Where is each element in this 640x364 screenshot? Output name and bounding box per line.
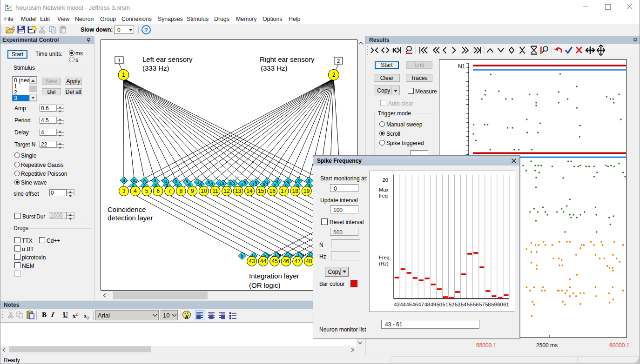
svg-text:a: a: [207, 180, 210, 185]
svg-text:48: 48: [424, 302, 430, 307]
svg-text:52: 52: [449, 302, 454, 307]
svg-text:45: 45: [271, 258, 278, 265]
svg-text:a: a: [240, 181, 243, 186]
svg-text:14: 14: [246, 188, 253, 194]
svg-text:44: 44: [260, 258, 267, 265]
svg-text:58: 58: [485, 302, 491, 307]
svg-text:15: 15: [258, 188, 264, 194]
svg-text:46: 46: [412, 302, 418, 307]
svg-text:11: 11: [212, 188, 218, 194]
svg-text:a: a: [229, 181, 232, 186]
svg-text:12: 12: [223, 188, 230, 194]
svg-text:54: 54: [461, 302, 466, 307]
svg-text:1: 1: [122, 72, 125, 78]
svg-text:53: 53: [455, 302, 460, 307]
svg-text:16: 16: [269, 188, 276, 194]
svg-text:4: 4: [134, 188, 137, 194]
svg-text:59: 59: [491, 302, 497, 307]
svg-text:b: b: [241, 253, 243, 258]
svg-text:51: 51: [443, 302, 448, 307]
svg-text:a: a: [251, 181, 254, 186]
svg-text:61: 61: [503, 302, 509, 307]
svg-text:a: a: [196, 179, 199, 185]
svg-text:(OR logic): (OR logic): [249, 281, 281, 289]
svg-text:50: 50: [437, 302, 442, 307]
svg-text:47: 47: [295, 258, 301, 265]
svg-text:a: a: [143, 178, 146, 183]
svg-text:Coincidence: Coincidence: [108, 205, 146, 213]
svg-text:A: A: [185, 314, 189, 320]
svg-text:Freq: Freq: [379, 255, 390, 260]
svg-text:20: 20: [383, 177, 388, 183]
svg-text:a: a: [263, 182, 265, 187]
svg-text:(333 Hz): (333 Hz): [142, 64, 169, 72]
svg-text:a: a: [218, 180, 221, 185]
svg-text:7: 7: [168, 188, 171, 194]
svg-text:a: a: [154, 178, 156, 183]
svg-text:Right ear sensory: Right ear sensory: [260, 55, 315, 63]
svg-text:2: 2: [337, 58, 340, 64]
svg-text:1: 1: [118, 58, 121, 63]
svg-text:56: 56: [473, 302, 478, 307]
svg-text:N1: N1: [458, 63, 465, 70]
svg-text:a: a: [122, 178, 125, 183]
svg-text:6: 6: [156, 188, 160, 194]
svg-text:5: 5: [145, 188, 148, 194]
svg-text:Left ear sensory: Left ear sensory: [142, 55, 193, 63]
svg-text:3: 3: [122, 188, 126, 194]
svg-text:43: 43: [249, 258, 255, 265]
svg-text:Max: Max: [379, 187, 389, 192]
svg-text:13: 13: [235, 188, 242, 194]
svg-text:freq: freq: [379, 193, 388, 199]
svg-text:a: a: [186, 179, 189, 184]
svg-text:46: 46: [283, 258, 290, 265]
svg-text:8: 8: [179, 188, 182, 194]
svg-text:9: 9: [191, 188, 194, 194]
svg-text:detection layer: detection layer: [108, 214, 153, 222]
svg-text:a: a: [133, 178, 136, 183]
svg-text:K: K: [392, 46, 397, 54]
svg-text:2: 2: [332, 72, 336, 78]
svg-text:19: 19: [303, 188, 310, 194]
svg-text:49: 49: [431, 302, 436, 307]
svg-text:60: 60: [497, 302, 503, 307]
svg-text:(333 Hz): (333 Hz): [261, 64, 288, 72]
svg-text:18: 18: [292, 188, 299, 194]
svg-text:a: a: [175, 179, 178, 184]
svg-text:57: 57: [479, 302, 485, 307]
svg-text:(Hz): (Hz): [379, 261, 389, 266]
svg-text:10: 10: [201, 188, 207, 194]
svg-text:Integration layer: Integration layer: [249, 272, 299, 280]
svg-text:43: 43: [394, 302, 399, 307]
svg-text:45: 45: [406, 302, 412, 307]
svg-text:44: 44: [400, 302, 405, 307]
svg-text:a: a: [164, 179, 167, 184]
svg-text:17: 17: [281, 188, 287, 194]
svg-text:48: 48: [306, 258, 312, 265]
svg-text:55: 55: [467, 302, 472, 307]
svg-text:47: 47: [418, 302, 424, 307]
svg-text:?: ?: [144, 26, 148, 33]
